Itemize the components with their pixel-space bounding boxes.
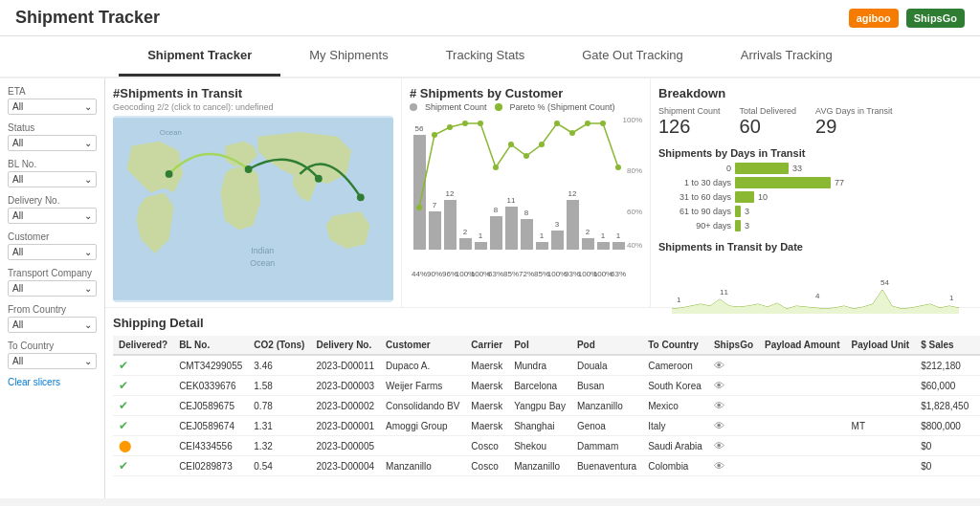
svg-text:1: 1 [616,231,621,240]
svg-point-53 [462,121,468,126]
cell-pol: Manzanillo [508,456,571,476]
filter-label-0: ETA [8,86,97,97]
svg-text:72%: 72% [519,270,534,278]
filter-select-6[interactable]: All ⌄ [8,317,97,333]
sparkline-area: 1 11 4 54 1 [658,256,972,314]
col-shipsgo: ShipsGo [708,336,759,355]
svg-point-3 [315,175,323,183]
nav-my-shipments[interactable]: My Shipments [280,36,416,77]
hbar-bar-0 [735,163,789,174]
svg-rect-8 [413,135,426,250]
svg-rect-29 [521,219,533,250]
svg-point-62 [600,121,606,126]
filter-select-5[interactable]: All ⌄ [8,280,97,297]
check-icon: ✔ [119,359,128,372]
filter-label-4: Customer [8,231,97,242]
stat-count-value: 126 [658,116,721,138]
filter-group-from-country: From Country All ⌄ [8,304,97,333]
nav-shipment-tracker[interactable]: Shipment Tracker [119,36,280,77]
table-section: Shipping Detail Delivered? BL No. CO2 (T… [105,308,980,498]
main-nav: Shipment Tracker My Shipments Tracking S… [0,36,980,78]
eye-icon: 👁 [714,460,724,472]
stat-shipment-count: Shipment Count 126 [658,106,721,138]
cell-pod: Manzanillo [571,396,642,416]
cell-etd: 1/21/23 [974,396,980,416]
svg-text:1: 1 [677,296,681,304]
cell-delivery: 2023-D00005 [310,436,380,456]
chart-legend: Shipment Count Pareto % (Shipment Count) [410,102,642,112]
filter-select-0[interactable]: All ⌄ [8,99,97,115]
cell-carrier: Maersk [465,416,508,436]
svg-text:85%: 85% [503,270,519,278]
svg-text:8: 8 [494,206,499,214]
stat-avg-days: AVG Days in Transit 29 [815,106,892,138]
filter-select-4[interactable]: All ⌄ [8,244,97,260]
eye-icon: 👁 [714,420,724,431]
clear-slicers-button[interactable]: Clear slicers [8,377,97,387]
filter-group-to-country: To Country All ⌄ [8,341,97,369]
cell-delivered: ✔ [113,355,173,376]
check-icon: ✔ [119,379,128,392]
filter-select-2[interactable]: All ⌄ [8,171,97,187]
cell-pod: Dammam [571,436,642,456]
cell-shipsgo: 👁 [708,456,759,476]
nav-arrivals[interactable]: Arrivals Tracking [712,36,861,77]
cell-sales: $800,000 [915,416,974,436]
sidebar-filters: ETA All ⌄ Status All ⌄ BL No. All ⌄ Deli… [0,78,105,498]
cell-co2: 0.78 [248,396,310,416]
svg-text:90%: 90% [427,270,442,278]
cell-shipsgo: 👁 [708,376,759,396]
svg-text:11: 11 [720,288,728,297]
cell-payload-amt [759,396,846,416]
filter-select-7[interactable]: All ⌄ [8,353,97,369]
filter-select-1[interactable]: All ⌄ [8,135,97,151]
breakdown-title: Breakdown [658,86,972,100]
cell-payload-unit [846,355,916,376]
svg-text:4: 4 [815,292,820,300]
svg-point-61 [585,121,590,126]
svg-text:1: 1 [601,231,606,240]
cell-delivery: 2023-D00011 [310,355,380,376]
filter-group-bl-no.: BL No. All ⌄ [8,159,97,187]
svg-rect-47 [612,242,625,250]
map-container[interactable]: Indian Ocean Ocean [113,116,393,302]
svg-point-57 [523,153,529,159]
nav-gate-out[interactable]: Gate Out Tracking [553,36,712,77]
cell-pol: Barcelona [508,376,571,396]
svg-rect-23 [490,216,502,250]
cell-carrier: Cosco [465,436,508,456]
cell-payload-amt [759,355,846,376]
svg-point-63 [615,165,621,170]
hbar-value-31to60: 10 [758,192,768,202]
svg-text:63%: 63% [488,270,503,278]
table-row: ✔ CEJ0589675 0.78 2023-D00002 Consolidan… [113,396,980,416]
svg-text:3: 3 [555,220,560,229]
cell-etd: 1/05/23 [974,376,980,396]
cell-pod: Genoa [571,416,642,436]
svg-rect-26 [505,207,518,250]
svg-text:2: 2 [463,228,468,236]
cell-co2: 0.54 [248,456,310,476]
nav-tracking-stats[interactable]: Tracking Stats [417,36,554,77]
filter-select-3[interactable]: All ⌄ [8,208,97,224]
cell-etd: 1/05/23 [974,456,980,476]
hbar-chart: 0 33 1 to 30 days 77 31 to 60 days [658,163,972,231]
hbar-bar-90plus [735,220,741,231]
col-etd: ETD [974,336,980,355]
barchart-title: # Shipments by Customer [410,86,642,100]
svg-point-1 [166,170,173,178]
cell-bl: CEK0339676 [173,376,248,396]
hbar-row-61to90: 61 to 90 days 3 [658,206,972,217]
col-customer: Customer [380,336,465,355]
filter-label-6: From Country [8,304,97,315]
content-area: #Shipments in Transit Geocoding 2/2 (cli… [105,78,980,498]
cell-pod: Busan [571,376,642,396]
legend-label-count: Shipment Count [425,102,487,112]
cell-payload-amt [759,456,846,476]
cell-carrier: Cosco [465,456,508,476]
legend-dot-pareto [495,103,502,111]
cell-bl: CMT34299055 [173,355,248,376]
barchart-section: # Shipments by Customer Shipment Count P… [402,78,651,307]
svg-text:8: 8 [524,209,529,217]
cell-country: Mexico [642,396,708,416]
